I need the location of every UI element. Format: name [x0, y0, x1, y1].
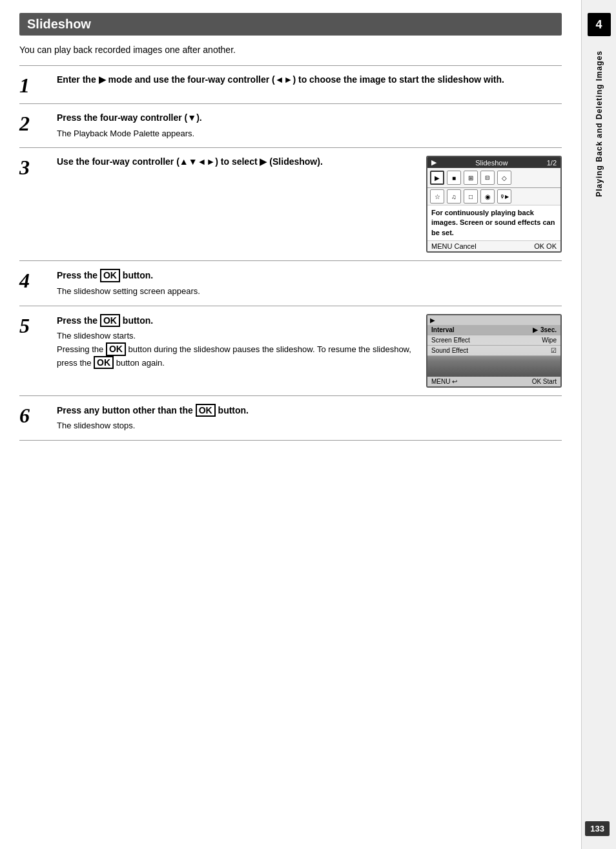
- screen2-image-area: Interval ▶ 3sec. Screen Effect Wipe: [427, 325, 560, 377]
- screen1-icon-star: ☆: [430, 189, 444, 204]
- step-5-content: Press the OK button. The slideshow start…: [52, 314, 562, 388]
- step-2: 2 Press the four-way controller (▼). The…: [19, 103, 562, 147]
- screen2-overlay: Interval ▶ 3sec. Screen Effect Wipe: [427, 325, 560, 377]
- ok-badge-5: OK: [100, 314, 120, 328]
- step-3-title: Use the four-way controller (▲▼◄►) to se…: [57, 156, 416, 169]
- ok-badge-6: OK: [196, 404, 216, 417]
- step-number-4: 4: [19, 269, 52, 291]
- screen2-row-screen-effect: Screen Effect Wipe: [427, 335, 560, 346]
- step-4: 4 Press the OK button. The slideshow set…: [19, 260, 562, 305]
- step-6-content: Press any button other than the OK butto…: [52, 404, 562, 432]
- screen1-header-icon: ▶: [431, 158, 436, 167]
- screen2-screen-effect-label: Screen Effect: [431, 337, 470, 344]
- screen1-icon-play: ▶: [430, 171, 444, 185]
- screen1-description: For continuously playing back images. Sc…: [427, 205, 560, 241]
- step-5: 5 Press the OK button. The slideshow sta…: [19, 306, 562, 395]
- ok-badge-4: OK: [100, 269, 120, 282]
- sidebar: 4 Playing Back and Deleting Images: [581, 0, 616, 849]
- step-number-2: 2: [19, 112, 52, 134]
- chapter-number: 4: [588, 13, 611, 36]
- screen2-footer-right: OK Start: [532, 378, 557, 385]
- screen1-icon-music: ♫: [447, 189, 461, 204]
- screen1-header: ▶ Slideshow 1/2: [427, 157, 560, 168]
- step-1-title: Enter the ▶ mode and use the four-way co…: [57, 74, 562, 87]
- screen1-icons-row1: ▶ ■ ⊞ ⊟ ◇: [427, 168, 560, 188]
- screen2-header-icon: ▶: [430, 317, 435, 324]
- screen-mockup-1: ▶ Slideshow 1/2 ▶ ■ ⊞ ⊟ ◇ ☆: [426, 156, 562, 253]
- screen1-footer: MENU Cancel OK OK: [427, 241, 560, 251]
- screen2-header: ▶: [427, 315, 560, 325]
- step-4-desc: The slideshow setting screen appears.: [57, 285, 562, 298]
- step-2-desc: The Playback Mode Palette appears.: [57, 127, 562, 140]
- screen2-interval-value-wrap: ▶ 3sec.: [533, 326, 557, 333]
- ok-badge-5b: OK: [106, 342, 126, 356]
- step-6-title: Press any button other than the OK butto…: [57, 404, 562, 417]
- screen1-footer-left: MENU Cancel: [431, 242, 477, 250]
- screen2-interval-label: Interval: [431, 326, 455, 333]
- screen2-screen-effect-value: Wipe: [542, 337, 557, 344]
- screen1-icon-grid: ⊞: [464, 171, 478, 185]
- step-5-title: Press the OK button.: [57, 314, 416, 328]
- step-number-6: 6: [19, 404, 52, 426]
- step-number-5: 5: [19, 314, 52, 336]
- screen2-sound-effect-value: ☑: [551, 347, 557, 354]
- step-4-content: Press the OK button. The slideshow setti…: [52, 269, 562, 297]
- screen2-row-sound-effect: Sound Effect ☑: [427, 346, 560, 356]
- screen2-interval-value: 3sec.: [540, 326, 557, 333]
- screen2-footer-left: MENU ↩: [431, 378, 457, 385]
- screen2-footer: MENU ↩ OK Start: [427, 377, 560, 386]
- screen2-arrow-right: ▶: [533, 326, 538, 333]
- screen1-icon-diamond: ◇: [497, 171, 511, 185]
- step-2-content: Press the four-way controller (▼). The P…: [52, 112, 562, 140]
- screen1-icon-stop: ■: [447, 171, 461, 185]
- step-3: 3 Use the four-way controller (▲▼◄►) to …: [19, 147, 562, 260]
- screen1-header-page: 1/2: [547, 159, 557, 167]
- step-4-title: Press the OK button.: [57, 269, 562, 282]
- screen2-sound-effect-label: Sound Effect: [431, 347, 468, 354]
- screen1-icons-row2: ☆ ♫ □ ◉ 🎙▶: [427, 188, 560, 205]
- step-2-title: Press the four-way controller (▼).: [57, 112, 562, 125]
- step-6-desc: The slideshow stops.: [57, 419, 562, 432]
- main-content: Slideshow You can play back recorded ima…: [0, 0, 581, 849]
- step-number-1: 1: [19, 74, 52, 96]
- page-title: Slideshow: [19, 13, 562, 36]
- step-3-content: Use the four-way controller (▲▼◄►) to se…: [52, 156, 562, 253]
- screen-mockup-2: ▶ Interval ▶ 3sec.: [426, 314, 562, 388]
- screen1-icon-mic: 🎙▶: [497, 189, 511, 204]
- chapter-label: Playing Back and Deleting Images: [595, 50, 604, 197]
- screen1-icon-square: □: [464, 189, 478, 204]
- screen1-footer-right: OK OK: [534, 242, 557, 250]
- page-number: 133: [585, 821, 610, 836]
- step-1: 1 Enter the ▶ mode and use the four-way …: [19, 65, 562, 103]
- screen2-row-interval: Interval ▶ 3sec.: [427, 325, 560, 335]
- ok-badge-5c: OK: [94, 356, 114, 370]
- page-container: Slideshow You can play back recorded ima…: [0, 0, 616, 849]
- step-6: 6 Press any button other than the OK but…: [19, 395, 562, 441]
- step-5-desc: The slideshow starts. Pressing the OK bu…: [57, 330, 416, 369]
- step-number-3: 3: [19, 156, 52, 178]
- screen1-icon-minus-grid: ⊟: [480, 171, 495, 185]
- screen1-header-title: Slideshow: [475, 159, 508, 167]
- step-1-content: Enter the ▶ mode and use the four-way co…: [52, 74, 562, 89]
- screen1-icon-circle: ◉: [480, 189, 495, 204]
- intro-text: You can play back recorded images one af…: [19, 45, 562, 55]
- screen2-menu-overlay: Interval ▶ 3sec. Screen Effect Wipe: [427, 325, 560, 356]
